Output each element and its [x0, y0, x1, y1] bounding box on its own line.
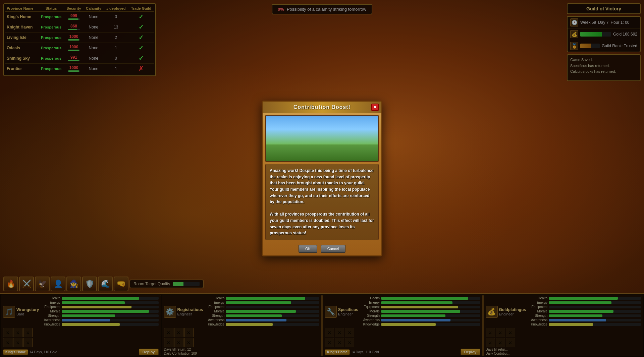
modal-buttons: OK Cancel [263, 243, 381, 255]
modal-ok-button[interactable]: OK [299, 245, 317, 253]
modal-cancel-button[interactable]: Cancel [321, 245, 345, 253]
modal-paragraph-2: With all provinces prosperous the contri… [270, 211, 374, 236]
modal-body: Amazing work! Despite this being a time … [265, 164, 379, 240]
modal-image [265, 115, 379, 162]
contribution-modal: Contribution Boost! ✕ Amazing work! Desp… [262, 101, 382, 256]
modal-paragraph-1: Amazing work! Despite this being a time … [270, 168, 374, 205]
modal-title: Contribution Boost! [263, 102, 381, 113]
modal-overlay: Contribution Boost! ✕ Amazing work! Desp… [0, 0, 644, 357]
modal-close-button[interactable]: ✕ [371, 104, 379, 111]
